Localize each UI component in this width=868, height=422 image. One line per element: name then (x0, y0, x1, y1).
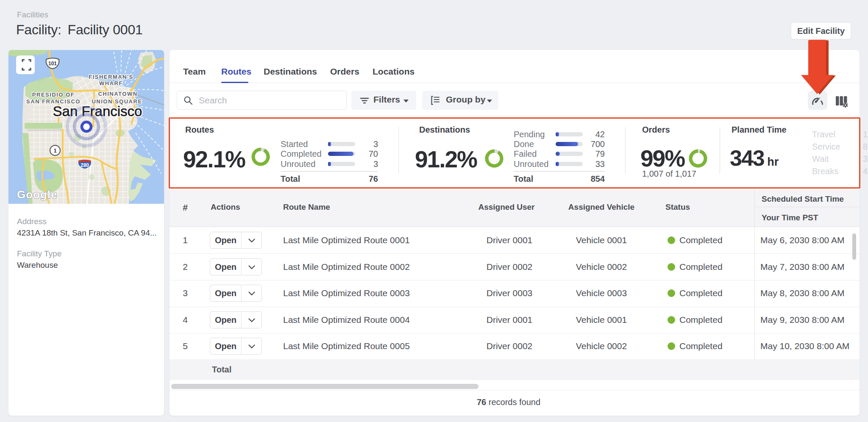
svg-text:Google: Google (17, 188, 58, 201)
svg-text:PRESIDIO OF: PRESIDIO OF (32, 92, 75, 98)
svg-text:1: 1 (53, 147, 56, 154)
svg-text:WHARF: WHARF (99, 80, 123, 86)
svg-text:FISHERMAN'S: FISHERMAN'S (89, 74, 134, 80)
svg-text:280: 280 (81, 162, 89, 168)
svg-text:CHINATOWN: CHINATOWN (98, 91, 137, 97)
svg-text:101: 101 (48, 61, 57, 67)
